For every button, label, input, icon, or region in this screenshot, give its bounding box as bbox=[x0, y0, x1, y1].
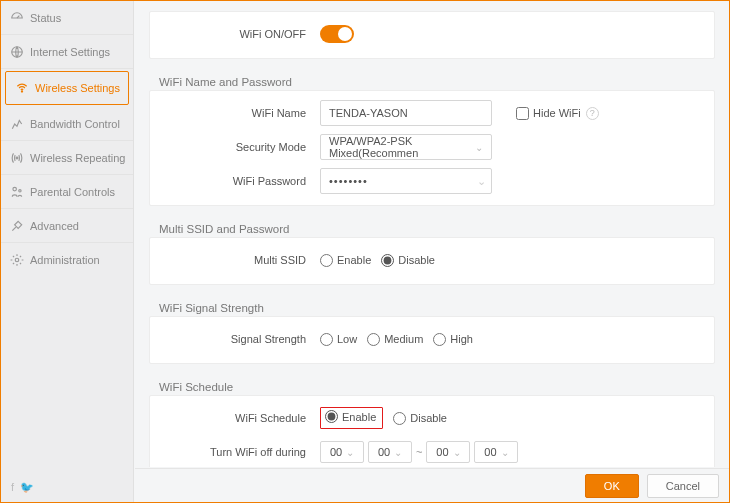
svg-point-5 bbox=[15, 258, 19, 262]
svg-point-4 bbox=[19, 189, 21, 191]
sidebar-item-repeating[interactable]: Wireless Repeating bbox=[1, 141, 133, 175]
nav-label: Wireless Repeating bbox=[30, 152, 125, 164]
nav-label: Parental Controls bbox=[30, 186, 115, 198]
gear-icon bbox=[10, 253, 24, 267]
globe-icon bbox=[10, 45, 24, 59]
min1-select[interactable]: 00⌄ bbox=[368, 441, 412, 463]
sidebar: Status Internet Settings Wireless Settin… bbox=[1, 1, 134, 502]
nav-label: Advanced bbox=[30, 220, 79, 232]
router-settings-window: Status Internet Settings Wireless Settin… bbox=[0, 0, 730, 503]
signal-strength-label: Signal Strength bbox=[160, 333, 320, 345]
section-title: WiFi Signal Strength bbox=[149, 295, 715, 316]
schedule-enable-radio[interactable]: Enable bbox=[325, 410, 376, 423]
signal-high-radio[interactable]: High bbox=[433, 333, 473, 346]
multi-ssid-section: Multi SSID and Password Multi SSID Enabl… bbox=[149, 216, 715, 285]
wifi-name-input[interactable] bbox=[320, 100, 492, 126]
main-panel: WiFi ON/OFF WiFi Name and Password WiFi … bbox=[135, 1, 729, 467]
wifi-password-input[interactable] bbox=[320, 168, 492, 194]
chevron-down-icon: ⌄ bbox=[475, 142, 483, 153]
facebook-icon[interactable]: f bbox=[11, 481, 14, 494]
wifi-onoff-card: WiFi ON/OFF bbox=[149, 11, 715, 59]
chart-icon bbox=[10, 117, 24, 131]
time-separator: ~ bbox=[416, 446, 422, 458]
schedule-disable-radio[interactable]: Disable bbox=[393, 412, 447, 425]
nav-label: Wireless Settings bbox=[35, 82, 120, 94]
twitter-icon[interactable]: 🐦 bbox=[20, 481, 34, 494]
nav-label: Bandwidth Control bbox=[30, 118, 120, 130]
sidebar-item-parental[interactable]: Parental Controls bbox=[1, 175, 133, 209]
hour1-select[interactable]: 00⌄ bbox=[320, 441, 364, 463]
sidebar-item-bandwidth[interactable]: Bandwidth Control bbox=[1, 107, 133, 141]
sidebar-item-wireless[interactable]: Wireless Settings bbox=[5, 71, 129, 105]
cancel-button[interactable]: Cancel bbox=[647, 474, 719, 498]
nav-label: Internet Settings bbox=[30, 46, 110, 58]
wifi-password-label: WiFi Password bbox=[160, 175, 320, 187]
hour2-select[interactable]: 00⌄ bbox=[426, 441, 470, 463]
svg-point-1 bbox=[21, 91, 22, 92]
schedule-label: WiFi Schedule bbox=[160, 412, 320, 424]
section-title: WiFi Schedule bbox=[149, 374, 715, 395]
help-icon[interactable]: ? bbox=[586, 107, 599, 120]
security-mode-label: Security Mode bbox=[160, 141, 320, 153]
wifi-onoff-label: WiFi ON/OFF bbox=[160, 28, 320, 40]
signal-low-radio[interactable]: Low bbox=[320, 333, 357, 346]
off-during-label: Turn WiFi off during bbox=[160, 446, 320, 458]
security-mode-select[interactable]: WPA/WPA2-PSK Mixed(Recommen ⌄ bbox=[320, 134, 492, 160]
enable-highlight: Enable bbox=[320, 407, 383, 429]
nav-label: Status bbox=[30, 12, 61, 24]
ok-button[interactable]: OK bbox=[585, 474, 639, 498]
svg-point-2 bbox=[16, 157, 18, 159]
social-links: f 🐦 bbox=[11, 481, 34, 494]
sidebar-item-internet[interactable]: Internet Settings bbox=[1, 35, 133, 69]
wifi-name-password-section: WiFi Name and Password WiFi Name Hide Wi… bbox=[149, 69, 715, 206]
button-bar: OK Cancel bbox=[135, 468, 729, 502]
antenna-icon bbox=[10, 151, 24, 165]
wifi-onoff-toggle[interactable] bbox=[320, 25, 354, 43]
wifi-schedule-section: WiFi Schedule WiFi Schedule Enable Disab… bbox=[149, 374, 715, 467]
family-icon bbox=[10, 185, 24, 199]
signal-medium-radio[interactable]: Medium bbox=[367, 333, 423, 346]
min2-select[interactable]: 00⌄ bbox=[474, 441, 518, 463]
sidebar-item-administration[interactable]: Administration bbox=[1, 243, 133, 277]
multi-ssid-label: Multi SSID bbox=[160, 254, 320, 266]
multi-ssid-enable-radio[interactable]: Enable bbox=[320, 254, 371, 267]
section-title: WiFi Name and Password bbox=[149, 69, 715, 90]
nav-label: Administration bbox=[30, 254, 100, 266]
sidebar-item-advanced[interactable]: Advanced bbox=[1, 209, 133, 243]
wifi-icon bbox=[15, 81, 29, 95]
svg-point-3 bbox=[13, 187, 16, 191]
section-title: Multi SSID and Password bbox=[149, 216, 715, 237]
signal-strength-section: WiFi Signal Strength Signal Strength Low… bbox=[149, 295, 715, 364]
sidebar-item-status[interactable]: Status bbox=[1, 1, 133, 35]
tools-icon bbox=[10, 219, 24, 233]
gauge-icon bbox=[10, 11, 24, 25]
hide-wifi-checkbox[interactable]: Hide WiFi bbox=[516, 107, 581, 120]
wifi-name-label: WiFi Name bbox=[160, 107, 320, 119]
eye-icon[interactable]: ⌄ bbox=[477, 175, 486, 188]
multi-ssid-disable-radio[interactable]: Disable bbox=[381, 254, 435, 267]
